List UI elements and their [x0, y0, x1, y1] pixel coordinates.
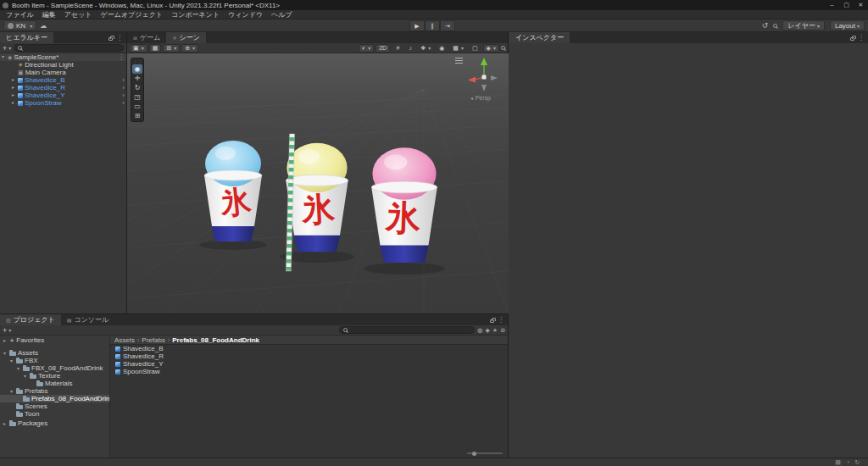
slider-thumb[interactable]	[472, 452, 476, 456]
move-tool-button[interactable]: ✛	[132, 74, 142, 83]
lock-icon[interactable]	[850, 37, 854, 41]
2d-toggle-button[interactable]: 2D	[376, 44, 390, 53]
grid-snap-button[interactable]: ▦	[149, 44, 162, 53]
menu-help[interactable]: ヘルプ	[267, 10, 297, 19]
save-search-icon[interactable]: ★	[492, 327, 498, 334]
menu-file[interactable]: ファイル	[2, 10, 38, 19]
grid-visibility-dropdown[interactable]: ▦	[449, 44, 467, 53]
scene-options-icon[interactable]: ⋮	[118, 53, 125, 61]
add-object-button[interactable]: +	[3, 44, 11, 53]
scene-canvas[interactable]: 氷 氷 氷	[127, 53, 509, 313]
hierarchy-item-spoonstraw[interactable]: ▸ SpoonStraw ›	[0, 99, 126, 107]
menu-gameobject[interactable]: ゲームオブジェクト	[97, 10, 168, 19]
scene-visibility-toggle[interactable]: ◉	[436, 44, 448, 53]
effects-dropdown[interactable]: ❖	[417, 44, 434, 53]
shavedice-b-object[interactable]: 氷	[204, 141, 262, 241]
scene-viewport[interactable]: 氷 氷 氷	[127, 53, 509, 313]
shavedice-y-object[interactable]: 氷	[286, 143, 348, 252]
hierarchy-item-shavedice-r[interactable]: ▸ ShavedIce_R ›	[0, 84, 126, 92]
tab-hierarchy[interactable]: ヒエラルキー	[0, 32, 53, 43]
overlay-handle-icon[interactable]: ⋮⋮	[131, 59, 143, 64]
rotate-tool-button[interactable]: ↻	[132, 83, 142, 92]
tree-item-toon[interactable]: Toon	[0, 410, 109, 418]
draw-mode-dropdown[interactable]: ◐	[359, 44, 374, 53]
hierarchy-item-samplescene[interactable]: ▾ ◈ SampleScene* ⋮	[0, 53, 126, 61]
menu-assets[interactable]: アセット	[60, 10, 97, 19]
expand-arrow-icon[interactable]: ▾	[2, 350, 8, 356]
icon-size-slider[interactable]	[467, 451, 503, 456]
tree-item-fbx[interactable]: ▾ FBX	[0, 357, 109, 364]
tree-item-materials[interactable]: Materials	[0, 380, 109, 387]
file-item-shavedice-b[interactable]: ShavedIce_B	[110, 345, 508, 352]
breadcrumb-mid[interactable]: Prefabs	[142, 336, 165, 344]
pivot-button[interactable]: ⊕	[181, 44, 198, 53]
hierarchy-searchbox[interactable]	[14, 44, 124, 52]
refresh-status-icon[interactable]: ↻	[854, 459, 860, 466]
gizmos-dropdown[interactable]: ◈	[483, 44, 499, 53]
rect-tool-button[interactable]: ▭	[132, 102, 142, 111]
expand-arrow-icon[interactable]: ▾	[8, 388, 14, 394]
play-button[interactable]: ▶	[409, 20, 425, 31]
cloud-services-icon[interactable]: ☁	[40, 22, 47, 30]
breadcrumb-leaf[interactable]: Prefabs_08_FoodAndDrink	[172, 336, 259, 344]
tab-console[interactable]: ▤ コンソール	[61, 314, 114, 325]
expand-arrow-icon[interactable]: ▸	[10, 92, 16, 99]
open-prefab-arrow[interactable]: ›	[122, 76, 125, 84]
tab-game[interactable]: ⊞ ゲーム	[127, 32, 166, 43]
layout-dropdown[interactable]: Layout	[830, 20, 865, 31]
layers-dropdown[interactable]: レイヤー	[782, 20, 825, 31]
tree-item-assets[interactable]: ▾ Assets	[0, 349, 109, 357]
hierarchy-item-directional-light[interactable]: ☀ Directional Light	[0, 61, 126, 69]
panel-menu-icon[interactable]: ⋮	[858, 34, 865, 42]
project-searchbox[interactable]	[339, 326, 475, 334]
view-tool-button[interactable]: ◉	[132, 64, 142, 74]
transform-tool-button[interactable]: ⊞	[132, 111, 142, 120]
expand-arrow-icon[interactable]: ▸	[2, 337, 8, 343]
expand-arrow-icon[interactable]: ▾	[0, 53, 6, 61]
expand-arrow-icon[interactable]: ▸	[10, 84, 16, 92]
pause-button[interactable]: ∥	[425, 20, 440, 31]
expand-arrow-icon[interactable]: ▸	[10, 99, 16, 107]
search-by-type-icon[interactable]: ◍	[477, 327, 482, 334]
persp-toggle-icon[interactable]: ◂	[470, 96, 473, 101]
lock-icon[interactable]	[108, 37, 113, 41]
tree-item-packages[interactable]: ▸ Packages	[0, 419, 109, 427]
maximize-button[interactable]: ▢	[839, 0, 854, 10]
menu-component[interactable]: コンポーネント	[167, 10, 224, 19]
panel-menu-icon[interactable]: ⋮	[116, 34, 123, 42]
scene-search-icon[interactable]	[501, 46, 505, 50]
hierarchy-search-input[interactable]	[25, 45, 120, 52]
shavedice-r-object[interactable]: 氷	[371, 147, 437, 263]
tree-item-fbx-08-foodanddrink[interactable]: ▾ FBX_08_FoodAndDrink	[0, 364, 109, 372]
expand-arrow-icon[interactable]: ▾	[15, 365, 21, 371]
step-button[interactable]: ⇥	[440, 20, 455, 31]
minimize-button[interactable]: –	[825, 0, 839, 10]
menu-window[interactable]: ウィンドウ	[224, 10, 267, 19]
hierarchy-item-shavedice-b[interactable]: ▸ ShavedIce_B ›	[0, 76, 126, 84]
panel-menu-icon[interactable]: ⋮	[498, 316, 504, 324]
lock-icon[interactable]	[490, 319, 494, 323]
scene-lighting-toggle[interactable]: ☀	[392, 44, 403, 53]
tree-item-prefabs[interactable]: ▾ Prefabs	[0, 387, 109, 395]
view-options-button[interactable]: ▣	[130, 44, 147, 53]
tree-item-texture[interactable]: ▾ Texture	[0, 372, 109, 380]
tab-inspector[interactable]: インスペクター	[509, 32, 570, 43]
account-button[interactable]: KN	[3, 20, 36, 31]
tree-item-scenes[interactable]: Scenes	[0, 402, 109, 410]
activity-status-icon[interactable]: ◔	[846, 459, 849, 466]
snap-settings-button[interactable]: ⊞	[163, 44, 180, 53]
file-item-shavedice-y[interactable]: ShavedIce_Y	[110, 360, 508, 368]
tree-item-prefabs-08-foodanddrink[interactable]: Prefabs_08_FoodAndDrink	[0, 395, 109, 402]
tab-scene[interactable]: ✛ シーン	[166, 32, 205, 43]
close-button[interactable]: ✕	[854, 0, 868, 10]
search-by-label-icon[interactable]: ◈	[485, 327, 489, 334]
camera-settings-button[interactable]: ▢	[469, 44, 481, 53]
undo-history-icon[interactable]: ↺	[762, 21, 769, 30]
search-icon[interactable]	[773, 24, 777, 28]
console-status-icon[interactable]: ▤	[835, 459, 841, 466]
menu-edit[interactable]: 編集	[38, 10, 60, 19]
expand-arrow-icon[interactable]: ▸	[2, 420, 8, 426]
breadcrumb-root[interactable]: Assets	[114, 336, 135, 344]
hierarchy-item-main-camera[interactable]: ▣ Main Camera	[0, 69, 126, 76]
expand-arrow-icon[interactable]: ▾	[8, 358, 14, 363]
